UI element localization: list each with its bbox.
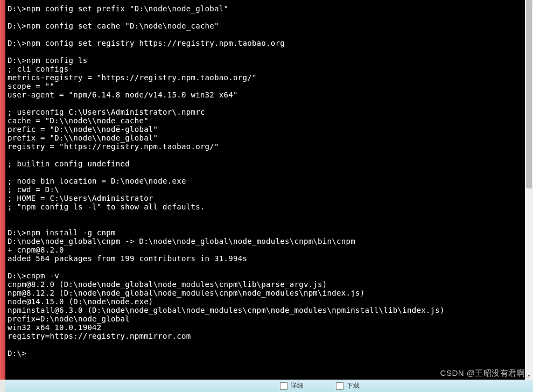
chevron-down-icon: ⌄	[525, 373, 530, 379]
taskbar-item-download[interactable]: 下载	[336, 381, 360, 390]
terminal-output: D:\>npm config set prefix "D:\node\node_…	[8, 4, 445, 358]
taskbar-strip: 详细 下载	[5, 380, 533, 392]
document-icon	[280, 382, 287, 390]
page-left-edge	[0, 0, 5, 380]
scrollbar-thumb[interactable]	[526, 0, 532, 188]
terminal-scrollbar[interactable]: ▾	[525, 0, 533, 380]
taskbar-label: 详细	[291, 381, 304, 390]
watermark-text: CSDN @王昭没有君啊⌄	[440, 368, 530, 379]
download-icon	[336, 382, 343, 390]
taskbar-item-details[interactable]: 详细	[280, 381, 304, 390]
command-prompt-terminal[interactable]: D:\>npm config set prefix "D:\node\node_…	[5, 0, 525, 380]
taskbar-label: 下载	[347, 381, 360, 390]
